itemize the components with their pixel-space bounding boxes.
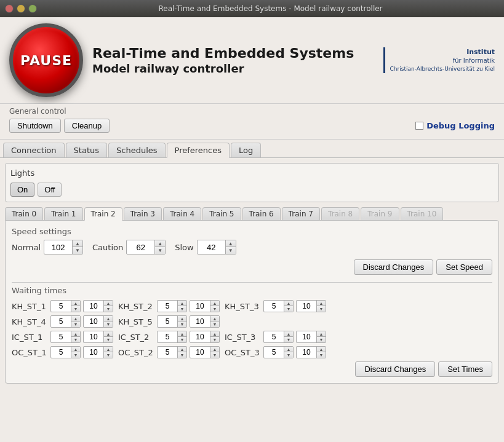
caution-input[interactable]	[127, 242, 154, 253]
caution-down[interactable]: ▼	[155, 247, 165, 254]
oc-st-1-v2-dn[interactable]: ▼	[104, 352, 113, 358]
kh-st-4-v2-dn[interactable]: ▼	[104, 322, 113, 327]
ic-st-3-v2-dn[interactable]: ▼	[317, 337, 326, 342]
discard-times-button[interactable]: Discard Changes	[355, 361, 435, 377]
kh-st-4-v1-up[interactable]: ▲	[71, 316, 80, 322]
kh-st-3-spinner2[interactable]: ▲▼	[296, 300, 326, 312]
kh-st-5-v1-up[interactable]: ▲	[178, 316, 186, 322]
kh-st-3-v1-dn[interactable]: ▼	[284, 306, 293, 312]
tab-connection[interactable]: Connection	[3, 143, 65, 157]
ic-st-1-spinner2[interactable]: ▲▼	[83, 331, 113, 343]
oc-st-3-val2[interactable]	[297, 347, 316, 358]
oc-st-1-v1-dn[interactable]: ▼	[71, 352, 80, 358]
kh-st-5-v2-dn[interactable]: ▼	[210, 322, 219, 327]
train-tab-6[interactable]: Train 6	[242, 207, 281, 220]
ic-st-1-v1-up[interactable]: ▲	[71, 331, 80, 337]
ic-st-2-v2-up[interactable]: ▲	[210, 331, 219, 337]
ic-st-1-v1-dn[interactable]: ▼	[71, 337, 80, 342]
slow-down[interactable]: ▼	[226, 247, 236, 254]
kh-st-4-v2-up[interactable]: ▲	[104, 316, 113, 322]
ic-st-1-spinner1[interactable]: ▲▼	[50, 331, 81, 343]
ic-st-2-v2-dn[interactable]: ▼	[210, 337, 219, 342]
tab-preferences[interactable]: Preferences	[167, 143, 230, 158]
kh-st-1-spinner1[interactable]: ▲▼	[50, 300, 81, 312]
ic-st-3-spinner1[interactable]: ▲▼	[263, 331, 294, 343]
slow-spinner[interactable]: ▲ ▼	[197, 240, 236, 255]
caution-spinner[interactable]: ▲ ▼	[126, 240, 166, 255]
maximize-button[interactable]	[28, 4, 37, 13]
kh-st-2-spinner1[interactable]: ▲▼	[157, 300, 187, 312]
tab-schedules[interactable]: Schedules	[108, 143, 166, 157]
ic-st-2-spinner2[interactable]: ▲▼	[190, 331, 220, 343]
shutdown-button[interactable]: Shutdown	[9, 119, 61, 133]
kh-st-4-val2[interactable]	[84, 316, 103, 327]
kh-st-3-spinner1[interactable]: ▲▼	[263, 300, 294, 312]
kh-st-1-v2-dn[interactable]: ▼	[104, 306, 113, 312]
kh-st-2-val1[interactable]	[158, 301, 177, 312]
oc-st-1-spinner1[interactable]: ▲▼	[50, 346, 81, 358]
slow-up[interactable]: ▲	[226, 240, 236, 247]
ic-st-2-spinner1[interactable]: ▲▼	[157, 331, 187, 343]
kh-st-3-val2[interactable]	[297, 301, 316, 312]
train-tab-2[interactable]: Train 2	[84, 207, 122, 221]
pause-button[interactable]: PAUSE	[9, 23, 83, 97]
train-tab-9[interactable]: Train 9	[361, 207, 399, 220]
kh-st-2-v1-dn[interactable]: ▼	[178, 306, 186, 312]
normal-spinner[interactable]: ▲ ▼	[44, 240, 83, 255]
oc-st-2-v1-dn[interactable]: ▼	[178, 352, 186, 358]
kh-st-1-v1-dn[interactable]: ▼	[71, 306, 80, 312]
ic-st-3-val2[interactable]	[297, 331, 316, 342]
kh-st-1-val1[interactable]	[51, 301, 71, 312]
kh-st-5-v2-up[interactable]: ▲	[210, 316, 219, 322]
kh-st-3-v1-up[interactable]: ▲	[284, 301, 293, 306]
tab-status[interactable]: Status	[66, 143, 107, 157]
oc-st-2-val2[interactable]	[190, 347, 210, 358]
set-times-button[interactable]: Set Times	[438, 361, 492, 377]
oc-st-2-v1-up[interactable]: ▲	[178, 347, 186, 352]
train-tab-5[interactable]: Train 5	[202, 207, 241, 220]
train-tab-1[interactable]: Train 1	[44, 207, 82, 220]
tab-log[interactable]: Log	[231, 143, 261, 157]
kh-st-1-spinner2[interactable]: ▲▼	[83, 300, 113, 312]
ic-st-1-val1[interactable]	[51, 331, 71, 342]
cleanup-button[interactable]: Cleanup	[64, 119, 110, 133]
ic-st-2-val2[interactable]	[190, 331, 210, 342]
oc-st-2-v2-up[interactable]: ▲	[210, 347, 219, 352]
normal-input[interactable]	[44, 242, 72, 253]
kh-st-4-val1[interactable]	[51, 316, 71, 327]
close-button[interactable]	[5, 4, 14, 13]
kh-st-5-v1-dn[interactable]: ▼	[178, 322, 186, 327]
kh-st-5-val1[interactable]	[158, 316, 177, 327]
oc-st-3-v1-dn[interactable]: ▼	[284, 352, 293, 358]
train-tab-0[interactable]: Train 0	[5, 207, 43, 220]
set-speed-button[interactable]: Set Speed	[436, 259, 492, 275]
kh-st-2-val2[interactable]	[190, 301, 210, 312]
kh-st-2-spinner2[interactable]: ▲▼	[190, 300, 220, 312]
kh-st-3-v2-up[interactable]: ▲	[317, 301, 326, 306]
ic-st-2-val1[interactable]	[158, 331, 177, 342]
oc-st-2-val1[interactable]	[158, 347, 177, 358]
oc-st-1-val2[interactable]	[84, 347, 103, 358]
kh-st-3-val1[interactable]	[264, 301, 284, 312]
caution-up[interactable]: ▲	[155, 240, 165, 247]
kh-st-2-v2-up[interactable]: ▲	[210, 301, 219, 306]
minimize-button[interactable]	[17, 4, 25, 13]
kh-st-3-v2-dn[interactable]: ▼	[317, 306, 326, 312]
kh-st-1-v2-up[interactable]: ▲	[104, 301, 113, 306]
oc-st-3-v2-dn[interactable]: ▼	[317, 352, 326, 358]
oc-st-1-val1[interactable]	[51, 347, 71, 358]
kh-st-4-spinner2[interactable]: ▲▼	[83, 315, 113, 328]
debug-checkbox[interactable]	[415, 122, 423, 130]
oc-st-3-v2-up[interactable]: ▲	[317, 347, 326, 352]
kh-st-2-v1-up[interactable]: ▲	[178, 301, 186, 306]
oc-st-2-spinner2[interactable]: ▲▼	[190, 346, 220, 358]
ic-st-1-v2-up[interactable]: ▲	[104, 331, 113, 337]
slow-input[interactable]	[198, 242, 225, 253]
ic-st-2-v1-up[interactable]: ▲	[178, 331, 186, 337]
kh-st-5-val2[interactable]	[190, 316, 210, 327]
train-tab-3[interactable]: Train 3	[124, 207, 162, 220]
ic-st-2-v1-dn[interactable]: ▼	[178, 337, 186, 342]
oc-st-3-spinner1[interactable]: ▲▼	[263, 346, 294, 358]
lights-off-button[interactable]: Off	[38, 183, 62, 197]
ic-st-1-v2-dn[interactable]: ▼	[104, 337, 113, 342]
